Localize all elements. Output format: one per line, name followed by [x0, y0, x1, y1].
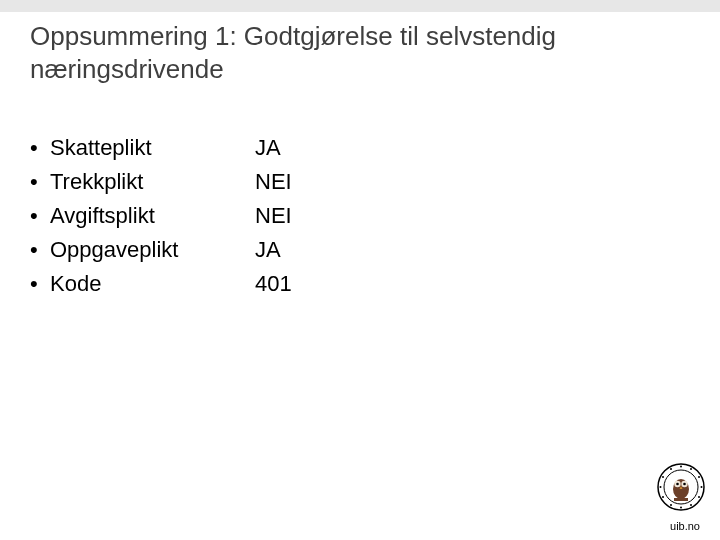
summary-list: • Skatteplikt JA • Trekkplikt NEI • Avgi…: [30, 135, 690, 305]
svg-point-4: [698, 476, 700, 478]
svg-point-13: [670, 468, 672, 470]
bullet-icon: •: [30, 135, 50, 161]
bullet-icon: •: [30, 237, 50, 263]
item-value: NEI: [255, 203, 292, 229]
university-seal-icon: [656, 462, 706, 512]
svg-point-2: [680, 466, 682, 468]
item-label: Trekkplikt: [50, 169, 255, 195]
item-label: Oppgaveplikt: [50, 237, 255, 263]
svg-point-8: [680, 507, 682, 509]
bullet-icon: •: [30, 169, 50, 195]
item-label: Avgiftsplikt: [50, 203, 255, 229]
svg-point-3: [690, 468, 692, 470]
list-item: • Trekkplikt NEI: [30, 169, 690, 195]
item-label: Kode: [50, 271, 255, 297]
list-item: • Skatteplikt JA: [30, 135, 690, 161]
top-bar: [0, 0, 720, 12]
svg-point-11: [660, 486, 662, 488]
svg-point-18: [683, 483, 686, 486]
svg-point-7: [690, 504, 692, 506]
list-item: • Avgiftsplikt NEI: [30, 203, 690, 229]
svg-point-9: [670, 504, 672, 506]
svg-rect-20: [674, 498, 688, 501]
item-value: 401: [255, 271, 292, 297]
svg-point-5: [701, 486, 703, 488]
item-value: JA: [255, 237, 281, 263]
bullet-icon: •: [30, 203, 50, 229]
item-value: NEI: [255, 169, 292, 195]
list-item: • Kode 401: [30, 271, 690, 297]
slide-title: Oppsummering 1: Godtgjørelse til selvste…: [30, 20, 690, 85]
footer-url: uib.no: [670, 520, 700, 532]
svg-point-10: [662, 496, 664, 498]
svg-point-17: [676, 483, 679, 486]
svg-point-12: [662, 476, 664, 478]
bullet-icon: •: [30, 271, 50, 297]
item-label: Skatteplikt: [50, 135, 255, 161]
svg-point-6: [698, 496, 700, 498]
item-value: JA: [255, 135, 281, 161]
list-item: • Oppgaveplikt JA: [30, 237, 690, 263]
